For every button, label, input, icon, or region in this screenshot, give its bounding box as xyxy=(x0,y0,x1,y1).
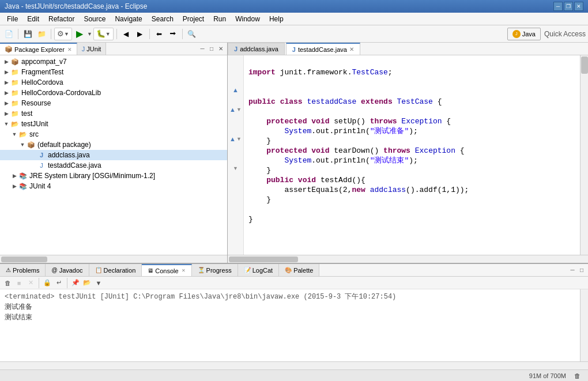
tab-console[interactable]: 🖥 Console ✕ xyxy=(142,264,191,276)
tree-item-testjunit[interactable]: ▼ 📂 testJUnit xyxy=(0,119,227,129)
tab-testaddcase[interactable]: J testaddCase.java ✕ xyxy=(286,43,360,55)
tree-item-testaddcase[interactable]: J testaddCase.java xyxy=(0,160,227,171)
expand-arrow[interactable]: ▶ xyxy=(2,110,10,118)
editor-hscroll-thumb[interactable] xyxy=(229,256,298,262)
tree-item-default-pkg[interactable]: ▼ 📦 (default package) xyxy=(0,139,227,150)
expand-arrow[interactable]: ▼ xyxy=(2,120,10,128)
collapse-teardown-icon[interactable]: ▼ xyxy=(236,136,242,142)
gutter-row[interactable]: ▲ xyxy=(228,85,243,95)
word-wrap-button[interactable]: ↵ xyxy=(54,278,64,288)
tab-package-explorer[interactable]: 📦 Package Explorer ✕ xyxy=(0,43,77,55)
menu-run[interactable]: Run xyxy=(209,13,231,25)
bottom-vscroll[interactable] xyxy=(580,289,588,361)
expand-setup-button[interactable]: ▲ xyxy=(229,106,236,113)
prev-edit-button[interactable]: ◀ xyxy=(120,28,133,40)
close-button[interactable]: ✕ xyxy=(574,2,583,11)
main-area: 📦 Package Explorer ✕ J JUnit ─ □ ✕ xyxy=(0,43,588,369)
menu-navigate[interactable]: Navigate xyxy=(110,13,146,25)
menu-edit[interactable]: Edit xyxy=(22,13,44,25)
minimize-left-button[interactable]: ─ xyxy=(198,45,206,53)
bottom-hscroll[interactable] xyxy=(0,361,588,369)
debug-dropdown[interactable]: 🐛 ▼ xyxy=(93,28,114,40)
expand-arrow[interactable]: ▶ xyxy=(2,68,10,76)
run-button[interactable]: ▶ xyxy=(73,28,86,40)
next-edit-button[interactable]: ▶ xyxy=(134,28,146,40)
tab-junit[interactable]: J JUnit xyxy=(77,43,107,55)
back-button[interactable]: ⬅ xyxy=(153,28,165,40)
tree-item-hellocordova-lib[interactable]: ▶ 📁 HelloCordova-CordovaLib xyxy=(0,88,227,98)
tree-label: HelloCordova xyxy=(21,78,63,86)
new-button[interactable]: 📄 xyxy=(2,28,15,40)
remove-all-terminated[interactable]: ✕ xyxy=(25,278,36,288)
gc-button[interactable]: 🗑 xyxy=(571,369,583,382)
gutter-row[interactable]: ▲ ▼ xyxy=(228,134,243,144)
scroll-lock-button[interactable]: 🔒 xyxy=(42,278,52,288)
menu-file[interactable]: File xyxy=(2,13,22,25)
console-view-menu[interactable]: ▼ xyxy=(93,278,104,288)
toolbar-sep-1 xyxy=(18,29,18,39)
java-perspective-button[interactable]: J Java xyxy=(507,28,541,40)
gutter-row[interactable]: ▲ ▼ xyxy=(228,104,243,114)
editor-vscroll-thumb[interactable] xyxy=(581,56,588,74)
menu-window[interactable]: Window xyxy=(231,13,265,25)
pin-console-button[interactable]: 📌 xyxy=(70,278,81,288)
expand-arrow[interactable]: ▶ xyxy=(2,78,10,86)
tree-item-fragmenttest[interactable]: ▶ 📁 FragmentTest xyxy=(0,67,227,77)
tree-label: (default package) xyxy=(37,141,91,149)
tree-item-src[interactable]: ▼ 📂 src xyxy=(0,129,227,139)
run-dropdown[interactable]: ⚙ ▼ xyxy=(54,28,72,40)
close-left-button[interactable]: ✕ xyxy=(217,45,225,53)
open-type-button[interactable]: 🔍 xyxy=(186,28,198,40)
clear-console-button[interactable]: 🗑 xyxy=(2,278,13,288)
tree-item-junit4[interactable]: ▶ 📚 JUnit 4 xyxy=(0,181,227,191)
tab-declaration[interactable]: 📋 Declaration xyxy=(89,264,142,276)
tree-item-appcompat[interactable]: ▶ 📦 appcompat_v7 xyxy=(0,56,227,67)
terminate-button[interactable]: ■ xyxy=(14,278,24,288)
tab-progress[interactable]: ⏳ Progress xyxy=(192,264,238,276)
tree-item-hellocordova[interactable]: ▶ 📁 HelloCordova xyxy=(0,77,227,88)
editor-vscroll[interactable] xyxy=(580,55,588,255)
save-button[interactable]: 💾 xyxy=(21,28,34,40)
tree-item-test[interactable]: ▶ 📁 test xyxy=(0,108,227,119)
tree-item-addclass[interactable]: J addclass.java xyxy=(0,150,227,160)
expand-arrow[interactable]: ▶ xyxy=(2,89,10,97)
tree-item-resourse[interactable]: ▶ 📁 Resourse xyxy=(0,98,227,108)
tab-addclass[interactable]: J addclass.java xyxy=(228,43,285,55)
run-dropdown-arrow[interactable]: ▼ xyxy=(87,31,92,37)
left-hscroll-thumb[interactable] xyxy=(1,256,47,262)
menu-source[interactable]: Source xyxy=(79,13,110,25)
save-all-button[interactable]: 📁 xyxy=(35,28,48,40)
menu-help[interactable]: Help xyxy=(265,13,288,25)
console-tab-x[interactable]: ✕ xyxy=(182,268,186,273)
maximize-bottom-button[interactable]: □ xyxy=(578,266,586,274)
code-editor[interactable]: import junit.framework.TestCase; public … xyxy=(244,55,580,255)
expand-class-button[interactable]: ▲ xyxy=(232,86,239,93)
menu-project[interactable]: Project xyxy=(178,13,209,25)
gutter-row[interactable]: ▼ xyxy=(228,163,243,173)
minimize-button[interactable]: ─ xyxy=(553,2,563,11)
maximize-left-button[interactable]: □ xyxy=(208,45,216,53)
tab-problems[interactable]: ⚠ Problems xyxy=(0,264,46,276)
tree-item-jre-lib[interactable]: ▶ 📚 JRE System Library [OSGi/Minimum-1.2… xyxy=(0,171,227,181)
editor-hscroll[interactable] xyxy=(228,255,588,263)
tab-palette[interactable]: 🎨 Palette xyxy=(279,264,319,276)
menu-search[interactable]: Search xyxy=(147,13,178,25)
collapse-setup-icon[interactable]: ▼ xyxy=(236,107,242,112)
expand-arrow[interactable]: ▶ xyxy=(2,58,10,66)
left-hscroll[interactable] xyxy=(0,255,227,263)
open-console-button[interactable]: 📂 xyxy=(82,278,92,288)
close-tab-button[interactable]: ✕ xyxy=(349,46,354,52)
collapse-testadd-icon[interactable]: ▼ xyxy=(233,165,238,171)
expand-arrow[interactable]: ▼ xyxy=(10,130,18,138)
expand-arrow[interactable]: ▶ xyxy=(10,182,18,190)
forward-button[interactable]: ⮕ xyxy=(167,28,179,40)
expand-arrow[interactable]: ▶ xyxy=(2,99,10,107)
expand-arrow[interactable]: ▼ xyxy=(18,141,27,149)
expand-arrow[interactable]: ▶ xyxy=(10,172,18,180)
minimize-bottom-button[interactable]: ─ xyxy=(568,266,576,274)
menu-refactor[interactable]: Refactor xyxy=(44,13,79,25)
restore-button[interactable]: ❐ xyxy=(564,2,573,11)
tab-javadoc[interactable]: @ Javadoc xyxy=(46,264,89,276)
tab-logcat[interactable]: 📝 LogCat xyxy=(238,264,279,276)
expand-teardown-button[interactable]: ▲ xyxy=(229,135,236,142)
